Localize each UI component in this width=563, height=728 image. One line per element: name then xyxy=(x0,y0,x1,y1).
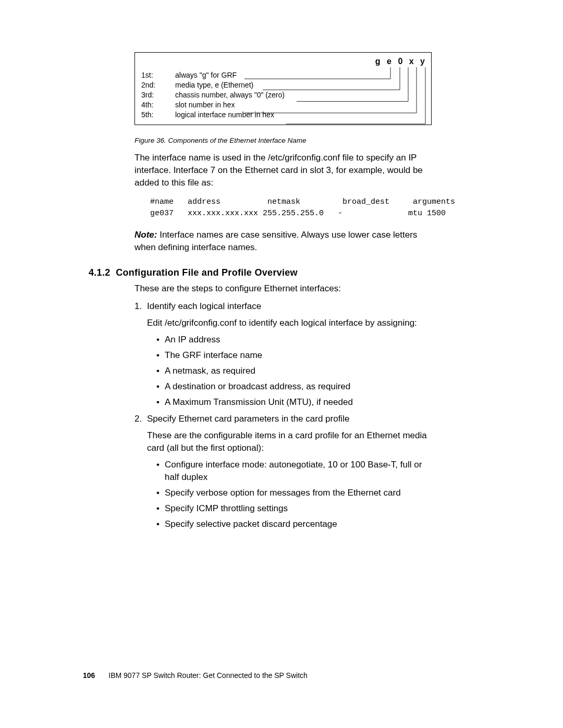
diagram-label-5: 5th: xyxy=(141,110,175,120)
note-paragraph: Note: Interface names are case sensitive… xyxy=(134,229,432,254)
step2-bullet-2: Specify verbose option for messages from… xyxy=(156,487,432,499)
diagram-desc-1: always "g" for GRF xyxy=(175,70,237,80)
step1-bullets: An IP address The GRF interface name A n… xyxy=(156,334,432,409)
step2-desc: These are the configurable items in a ca… xyxy=(147,429,432,454)
step2-title: Specify Ethernet card parameters in the … xyxy=(147,414,349,424)
diagram-row-5: 5th: logical interface number in hex xyxy=(141,110,285,120)
numbered-list: 1. Identify each logical interface Edit … xyxy=(134,300,432,530)
section-number: 4.1.2 xyxy=(89,267,111,278)
diagram-row-4: 4th: slot number in hex xyxy=(141,100,285,110)
step2-bullet-1: Configure interface mode: autonegotiate,… xyxy=(156,459,432,484)
figure-caption: Figure 36. Components of the Ethernet In… xyxy=(134,137,432,144)
diagram-rows: 1st: always "g" for GRF 2nd: media type,… xyxy=(141,70,285,120)
code-line-2: ge037 xxx.xxx.xxx.xxx 255.255.255.0 - mt… xyxy=(150,209,446,218)
step1-bullet-3: A netmask, as required xyxy=(156,365,432,377)
section-title: Configuration File and Profile Overview xyxy=(116,267,298,278)
section-heading: 4.1.2 Configuration File and Profile Ove… xyxy=(89,267,386,278)
diagram-label-2: 2nd: xyxy=(141,80,175,90)
list-item-1: 1. Identify each logical interface Edit … xyxy=(147,300,432,409)
diagram-row-3: 3rd: chassis number, always "0" (zero) xyxy=(141,90,285,100)
list-num-2: 2. xyxy=(134,413,142,425)
diagram-label-1: 1st: xyxy=(141,70,175,80)
page-content: g e 0 x y 1st: always "g" for GRF 2nd: m… xyxy=(134,52,432,535)
diagram-desc-2: media type, e (Ethernet) xyxy=(175,80,253,90)
diagram-row-2: 2nd: media type, e (Ethernet) xyxy=(141,80,285,90)
page-container: g e 0 x y 1st: always "g" for GRF 2nd: m… xyxy=(0,0,563,728)
paragraph-intro: The interface name is used in the /etc/g… xyxy=(134,152,432,189)
step2-bullets: Configure interface mode: autonegotiate,… xyxy=(156,459,432,530)
code-line-1: #name address netmask broad_dest argumen… xyxy=(150,198,455,206)
diagram-header: g e 0 x y xyxy=(375,57,427,66)
step1-title: Identify each logical interface xyxy=(147,301,261,311)
step1-bullet-2: The GRF interface name xyxy=(156,349,432,362)
note-text: Interface names are case sensitive. Alwa… xyxy=(134,230,417,252)
step2-bullet-4: Specify selective packet discard percent… xyxy=(156,518,432,530)
step2-bullet-3: Specify ICMP throttling settings xyxy=(156,502,432,515)
step1-bullet-1: An IP address xyxy=(156,334,432,346)
diagram-desc-4: slot number in hex xyxy=(175,100,235,110)
list-num-1: 1. xyxy=(134,300,142,313)
step1-desc: Edit /etc/grifconfig.conf to identify ea… xyxy=(147,317,432,329)
note-label: Note: xyxy=(134,230,157,240)
diagram-desc-3: chassis number, always "0" (zero) xyxy=(175,90,285,100)
step1-bullet-4: A destination or broadcast address, as r… xyxy=(156,380,432,393)
step1-bullet-5: A Maximum Transmission Unit (MTU), if ne… xyxy=(156,396,432,409)
list-item-2: 2. Specify Ethernet card parameters in t… xyxy=(147,413,432,530)
page-number: 106 xyxy=(83,671,95,680)
diagram-box: g e 0 x y 1st: always "g" for GRF 2nd: m… xyxy=(134,52,432,125)
page-footer: 106 IBM 9077 SP Switch Router: Get Conne… xyxy=(83,671,308,680)
diagram-label-3: 3rd: xyxy=(141,90,175,100)
section-intro: These are the steps to configure Etherne… xyxy=(134,282,432,295)
diagram-row-1: 1st: always "g" for GRF xyxy=(141,70,285,80)
footer-text: IBM 9077 SP Switch Router: Get Connected… xyxy=(108,671,308,680)
diagram-desc-5: logical interface number in hex xyxy=(175,110,274,120)
diagram-label-4: 4th: xyxy=(141,100,175,110)
code-block: #name address netmask broad_dest argumen… xyxy=(150,196,432,219)
